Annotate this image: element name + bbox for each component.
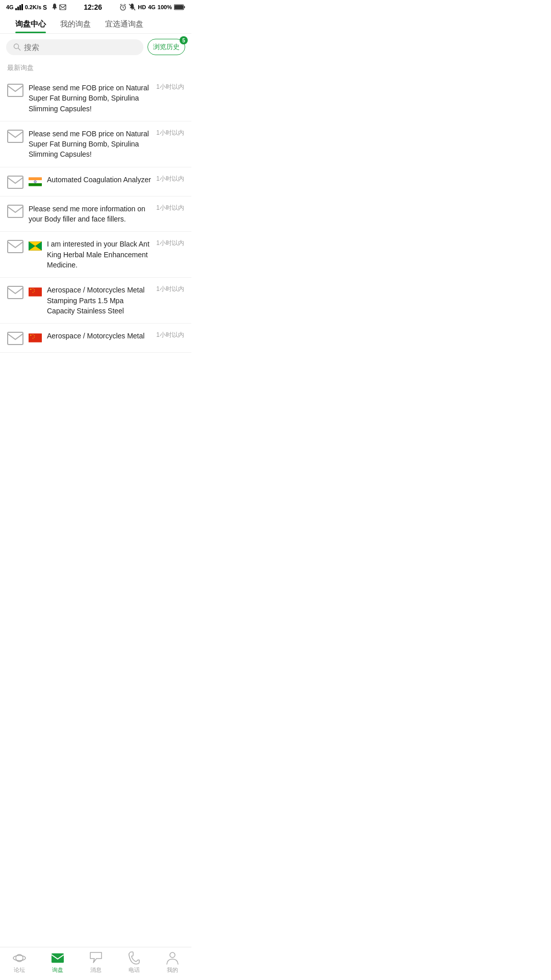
browse-history-button[interactable]: 浏览历史 5 <box>147 39 185 55</box>
svg-rect-18 <box>184 6 185 8</box>
item-7-time: 1小时以内 <box>156 331 184 339</box>
item-4-text: Please send me more information on your … <box>29 204 153 225</box>
item-7-main: Aerospace / Motorcycles Metal 1小时以内 <box>47 331 184 341</box>
svg-rect-2 <box>19 5 21 10</box>
inquiry-list: Please send me FOB price on Natural Supe… <box>0 76 191 388</box>
china-flag-icon-1 <box>29 287 42 297</box>
mail-icon-6 <box>7 286 23 299</box>
svg-rect-26 <box>29 183 42 186</box>
item-7-text: Aerospace / Motorcycles Metal <box>47 331 153 341</box>
tab-selected-inquiry[interactable]: 宜选通询盘 <box>98 13 151 33</box>
mail-icon-4 <box>7 205 23 218</box>
item-2-main: Please send me FOB price on Natural Supe… <box>29 129 184 160</box>
item-1-main: Please send me FOB price on Natural Supe… <box>29 83 184 114</box>
item-6-time: 1小时以内 <box>156 285 184 293</box>
mute-bell-icon <box>129 4 136 11</box>
status-left: 4G 0.2K/s S <box>6 4 66 11</box>
item-6-text: Aerospace / Motorcycles Metal Stamping P… <box>47 285 153 316</box>
battery-icon <box>174 4 185 10</box>
item-3-main: Automated Coagulation Analyzer 1小时以内 <box>47 175 184 185</box>
mail-icon-7 <box>7 332 23 345</box>
item-3-time: 1小时以内 <box>156 175 184 183</box>
mail-icon-2 <box>7 130 23 143</box>
svg-rect-13 <box>132 8 133 9</box>
svg-line-10 <box>123 8 124 8</box>
item-3-content: Automated Coagulation Analyzer 1小时以内 <box>47 175 184 185</box>
item-6-main: Aerospace / Motorcycles Metal Stamping P… <box>47 285 184 316</box>
item-4-content: Please send me more information on your … <box>29 204 184 225</box>
search-icon <box>13 43 21 51</box>
signal-text: 4G <box>6 4 14 10</box>
battery-percent: 100% <box>158 4 172 10</box>
svg-rect-36 <box>8 286 23 299</box>
4g-text: 4G <box>148 4 156 10</box>
search-row: 浏览历史 5 <box>0 34 191 60</box>
svg-rect-22 <box>8 130 23 142</box>
svg-rect-17 <box>174 5 183 9</box>
item-1-time: 1小时以内 <box>156 83 184 91</box>
inquiry-item-7[interactable]: Aerospace / Motorcycles Metal 1小时以内 <box>0 324 191 353</box>
item-5-content: I am interested in your Black Ant King H… <box>47 239 184 270</box>
item-1-text: Please send me FOB price on Natural Supe… <box>29 83 153 114</box>
svg-rect-1 <box>17 7 19 10</box>
item-2-time: 1小时以内 <box>156 129 184 137</box>
search-input[interactable] <box>24 43 136 52</box>
inquiry-item-4[interactable]: Please send me more information on your … <box>0 197 191 232</box>
svg-rect-6 <box>54 9 55 10</box>
browse-history-label: 浏览历史 <box>153 42 180 52</box>
tab-my-inquiry[interactable]: 我的询盘 <box>53 13 98 33</box>
svg-rect-24 <box>29 177 42 180</box>
tab-inquiry-center[interactable]: 询盘中心 <box>8 13 53 33</box>
item-2-content: Please send me FOB price on Natural Supe… <box>29 129 184 160</box>
mail-icon-1 <box>7 84 23 97</box>
envelope-status-icon <box>59 4 66 11</box>
speed-text: 0.2K/s <box>25 4 41 10</box>
svg-rect-29 <box>8 205 23 217</box>
svg-rect-43 <box>8 332 23 345</box>
bell-icon <box>52 4 58 11</box>
mail-icon-3 <box>7 176 23 189</box>
svg-rect-44 <box>29 333 42 342</box>
status-time: 12:26 <box>84 3 102 11</box>
item-1-content: Please send me FOB price on Natural Supe… <box>29 83 184 114</box>
svg-rect-3 <box>21 4 23 10</box>
section-label: 最新询盘 <box>0 60 191 76</box>
status-right: HD 4G 100% <box>119 4 185 11</box>
svg-text:S: S <box>43 4 47 11</box>
jamaica-flag-icon <box>29 241 42 251</box>
inquiry-item-3[interactable]: Automated Coagulation Analyzer 1小时以内 <box>0 167 191 197</box>
item-4-time: 1小时以内 <box>156 204 184 212</box>
tabs-bar: 询盘中心 我的询盘 宜选通询盘 <box>0 13 191 34</box>
mail-icon-5 <box>7 240 23 253</box>
item-2-text: Please send me FOB price on Natural Supe… <box>29 129 153 160</box>
signal-icon <box>15 4 23 10</box>
svg-point-28 <box>35 181 35 182</box>
item-7-content: Aerospace / Motorcycles Metal 1小时以内 <box>47 331 184 341</box>
alarm-icon <box>119 4 127 11</box>
item-5-main: I am interested in your Black Ant King H… <box>47 239 184 270</box>
status-bar: 4G 0.2K/s S 12:26 <box>0 0 191 13</box>
svg-rect-5 <box>54 8 56 9</box>
item-6-content: Aerospace / Motorcycles Metal Stamping P… <box>47 285 184 316</box>
svg-rect-14 <box>132 9 133 10</box>
inquiry-item-1[interactable]: Please send me FOB price on Natural Supe… <box>0 76 191 121</box>
item-5-time: 1小时以内 <box>156 239 184 248</box>
hd-text: HD <box>138 4 146 10</box>
s-icon: S <box>43 4 50 11</box>
history-badge: 5 <box>180 36 188 44</box>
inquiry-item-5[interactable]: I am interested in your Black Ant King H… <box>0 232 191 278</box>
svg-rect-0 <box>15 8 17 10</box>
inquiry-item-6[interactable]: Aerospace / Motorcycles Metal Stamping P… <box>0 278 191 324</box>
item-5-text: I am interested in your Black Ant King H… <box>47 239 153 270</box>
search-box[interactable] <box>6 39 143 55</box>
svg-rect-21 <box>8 84 23 96</box>
item-4-main: Please send me more information on your … <box>29 204 184 225</box>
svg-rect-37 <box>29 288 42 297</box>
india-flag-icon <box>29 177 42 187</box>
svg-line-20 <box>18 48 20 50</box>
china-flag-icon-2 <box>29 333 42 343</box>
item-3-text: Automated Coagulation Analyzer <box>47 175 153 185</box>
svg-line-11 <box>120 4 121 5</box>
inquiry-item-2[interactable]: Please send me FOB price on Natural Supe… <box>0 121 191 167</box>
svg-rect-23 <box>8 176 23 188</box>
